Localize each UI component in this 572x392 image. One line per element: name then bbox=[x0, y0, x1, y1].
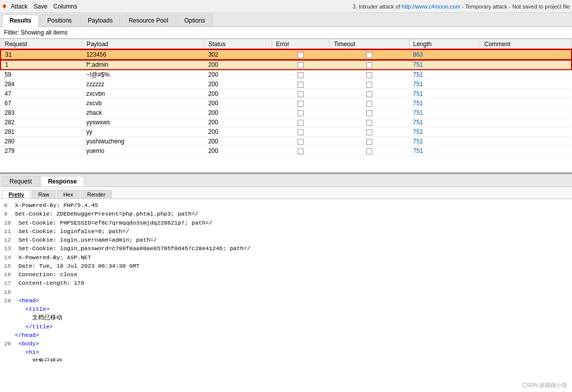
checkbox[interactable] bbox=[298, 82, 304, 88]
payload-cell: zhack bbox=[82, 108, 204, 118]
line-number: 16 bbox=[4, 271, 11, 278]
response-line: 20 <body> bbox=[4, 339, 568, 348]
table-header-row: Request Payload Status Error Timeout Len… bbox=[1, 39, 571, 50]
status-cell: 200 bbox=[204, 80, 272, 89]
col-timeout[interactable]: Timeout bbox=[330, 39, 409, 50]
tab-results[interactable]: Results bbox=[2, 15, 39, 27]
col-status[interactable]: Status bbox=[204, 39, 272, 50]
checkbox[interactable] bbox=[366, 139, 372, 145]
table-row[interactable]: 59~!@#$%200751 bbox=[1, 70, 571, 80]
line-content: 对象已移动 bbox=[15, 358, 63, 362]
length-cell: 751 bbox=[409, 60, 480, 70]
comment-cell bbox=[480, 89, 571, 99]
checkbox[interactable] bbox=[298, 139, 304, 145]
tab-options[interactable]: Options bbox=[177, 15, 212, 26]
error-cell bbox=[272, 137, 330, 146]
table-row[interactable]: 279yuemo200751 bbox=[1, 146, 571, 156]
length-cell: 751 bbox=[409, 99, 480, 108]
response-tab-hex[interactable]: Hex bbox=[57, 190, 80, 199]
table-row[interactable]: 281yy200751 bbox=[1, 127, 571, 137]
checkbox[interactable] bbox=[298, 101, 304, 107]
col-payload[interactable]: Payload bbox=[82, 39, 204, 50]
tab-response[interactable]: Response bbox=[41, 176, 84, 186]
line-number: 14 bbox=[4, 254, 11, 261]
menu-columns[interactable]: Columns bbox=[53, 3, 77, 10]
payload-cell: yy bbox=[82, 127, 204, 137]
response-line: </head> bbox=[4, 331, 568, 339]
line-number: 20 bbox=[4, 340, 11, 347]
line-number bbox=[4, 314, 11, 321]
request-cell: 283 bbox=[1, 108, 82, 118]
table-row[interactable]: 31123456302863 bbox=[1, 50, 571, 60]
checkbox[interactable] bbox=[366, 120, 372, 126]
col-length[interactable]: Length bbox=[409, 39, 480, 50]
menu-save[interactable]: Save bbox=[34, 3, 47, 10]
checkbox[interactable] bbox=[366, 91, 372, 97]
col-error[interactable]: Error bbox=[272, 39, 330, 50]
checkbox[interactable] bbox=[366, 72, 372, 78]
checkbox[interactable] bbox=[366, 110, 372, 116]
checkbox[interactable] bbox=[298, 52, 304, 58]
comment-cell bbox=[480, 70, 571, 80]
response-line: 14 X-Powered-By: ASP.NET bbox=[4, 253, 568, 262]
status-cell: 200 bbox=[204, 137, 272, 146]
title-suffix: - Temporary attack - Not saved to projec… bbox=[460, 4, 570, 10]
checkbox[interactable] bbox=[366, 129, 372, 135]
tab-request[interactable]: Request bbox=[2, 176, 40, 186]
response-tab-pretty[interactable]: Pretty bbox=[2, 190, 31, 199]
table-row[interactable]: 47zxcvbn200751 bbox=[1, 89, 571, 99]
checkbox[interactable] bbox=[366, 101, 372, 107]
table-row[interactable]: 67zxcvb200751 bbox=[1, 99, 571, 108]
app-logo: ♦ bbox=[2, 2, 7, 11]
length-cell: 751 bbox=[409, 89, 480, 99]
table-row[interactable]: 282yyswxws200751 bbox=[1, 118, 571, 127]
checkbox[interactable] bbox=[298, 148, 304, 154]
length-cell: 751 bbox=[409, 137, 480, 146]
checkbox[interactable] bbox=[298, 120, 304, 126]
comment-cell bbox=[480, 60, 571, 70]
line-number: 8 bbox=[4, 202, 11, 209]
status-cell: 200 bbox=[204, 146, 272, 156]
line-number bbox=[4, 323, 11, 330]
col-request[interactable]: Request bbox=[1, 39, 82, 50]
bottom-tab-bar: Request Response bbox=[0, 174, 572, 187]
checkbox[interactable] bbox=[298, 110, 304, 116]
line-number: 15 bbox=[4, 263, 11, 269]
filter-text: Filter: Showing all items bbox=[4, 29, 68, 36]
response-line: </title> bbox=[4, 322, 568, 331]
comment-cell bbox=[480, 118, 571, 127]
response-tab-render[interactable]: Render bbox=[81, 190, 112, 199]
checkbox[interactable] bbox=[366, 148, 372, 154]
title-link[interactable]: http://www.c4moon.com bbox=[402, 4, 461, 10]
table-row[interactable]: 284zzzzzz200751 bbox=[1, 80, 571, 89]
table-row[interactable]: 1f*;admin200751 bbox=[1, 60, 571, 70]
main-tab-bar: Results Positions Payloads Resource Pool… bbox=[0, 13, 572, 27]
menu-items: Attack Save Columns bbox=[11, 3, 77, 10]
comment-cell bbox=[480, 137, 571, 146]
table-row[interactable]: 280yushiwuzheng200751 bbox=[1, 137, 571, 146]
checkbox[interactable] bbox=[366, 62, 372, 68]
bottom-panel: Request Response Pretty Raw Hex Render 8… bbox=[0, 174, 572, 361]
response-tab-raw[interactable]: Raw bbox=[32, 190, 56, 199]
col-comment[interactable]: Comment bbox=[480, 39, 571, 50]
menu-attack[interactable]: Attack bbox=[11, 3, 28, 10]
payload-cell: 123456 bbox=[82, 50, 204, 60]
line-number: 18 bbox=[4, 289, 11, 295]
response-line: 11 Set-Cookie: loginfalse=0; path=/ bbox=[4, 227, 568, 236]
timeout-cell bbox=[330, 108, 409, 118]
line-content: <title> bbox=[15, 306, 50, 312]
tab-payloads[interactable]: Payloads bbox=[80, 15, 120, 26]
line-content: Connection: close bbox=[15, 271, 77, 278]
checkbox[interactable] bbox=[298, 91, 304, 97]
checkbox[interactable] bbox=[298, 62, 304, 68]
tab-resource-pool[interactable]: Resource Pool bbox=[121, 15, 176, 26]
tab-positions[interactable]: Positions bbox=[40, 15, 79, 26]
table-row[interactable]: 283zhack200751 bbox=[1, 108, 571, 118]
checkbox[interactable] bbox=[298, 129, 304, 135]
checkbox[interactable] bbox=[366, 52, 372, 58]
checkbox[interactable] bbox=[298, 72, 304, 78]
request-cell: 280 bbox=[1, 137, 82, 146]
checkbox[interactable] bbox=[366, 82, 372, 88]
results-table: Request Payload Status Error Timeout Len… bbox=[0, 39, 572, 156]
comment-cell bbox=[480, 146, 571, 156]
